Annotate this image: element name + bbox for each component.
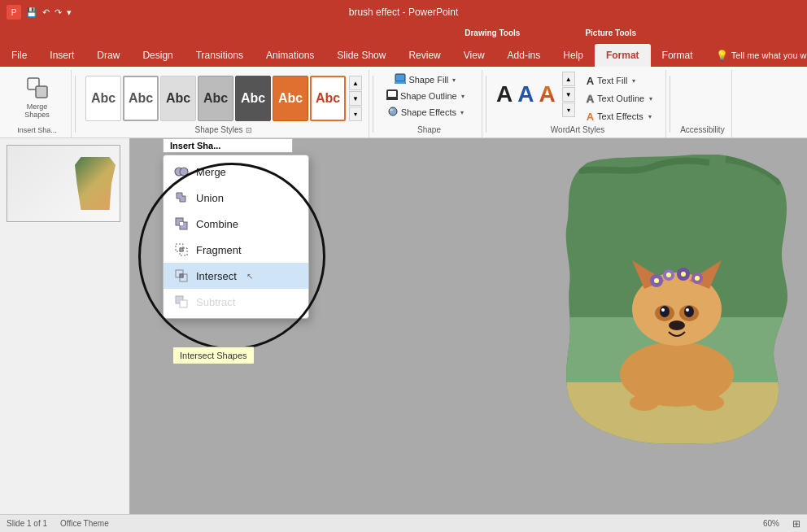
- shape-style-4[interactable]: Abc: [198, 76, 233, 121]
- merge-item-intersect[interactable]: Intersect ↖: [164, 263, 308, 289]
- merge-item-combine[interactable]: Combine: [164, 211, 308, 237]
- merge-item-merge[interactable]: Merge: [164, 159, 308, 185]
- tab-insert[interactable]: Insert: [38, 44, 85, 67]
- scroll-expand-btn[interactable]: ▾: [349, 107, 362, 121]
- corgi-svg: [563, 155, 791, 447]
- wordart-a-blue[interactable]: A: [517, 83, 534, 106]
- scroll-down-btn[interactable]: ▼: [349, 91, 362, 106]
- tab-slideshow[interactable]: Slide Show: [325, 44, 397, 67]
- merge-shapes-button[interactable]: Merge Shapes: [10, 75, 64, 121]
- wordart-scroll-expand[interactable]: ▾: [562, 102, 575, 117]
- tab-draw[interactable]: Draw: [85, 44, 131, 67]
- merge-shapes-icon: [26, 76, 49, 103]
- undo-icon[interactable]: ↶: [42, 7, 50, 18]
- svg-point-9: [180, 168, 188, 176]
- canvas-area: Insert Sha... Merge: [130, 138, 807, 514]
- shape-effects-arrow[interactable]: ▾: [460, 109, 464, 116]
- tab-format-drawing[interactable]: Format: [595, 44, 651, 67]
- status-bar: Slide 1 of 1 Office Theme 60% ⊞: [0, 514, 807, 532]
- text-effects-button[interactable]: A Text Effects ▾: [580, 107, 659, 125]
- tab-review[interactable]: Review: [397, 44, 451, 67]
- shape-style-6[interactable]: Abc: [273, 76, 308, 121]
- dog-image: [563, 155, 791, 447]
- shape-effects-button[interactable]: Shape Effects ▾: [384, 104, 467, 120]
- tab-help[interactable]: Help: [552, 44, 595, 67]
- tab-tell-me[interactable]: 💡 Tell me what you want to do: [704, 44, 807, 67]
- dog-image-container: [563, 155, 791, 447]
- shape-outline-button[interactable]: Shape Outline ▾: [383, 88, 468, 104]
- svg-rect-20: [180, 300, 187, 307]
- tab-animations[interactable]: Animations: [255, 44, 325, 67]
- text-effects-label: Text Effects: [597, 111, 643, 121]
- wordart-scroll-down[interactable]: ▼: [562, 87, 575, 102]
- merge-item-union[interactable]: Union: [164, 185, 308, 211]
- picture-tools-label: Picture Tools: [585, 28, 636, 37]
- drawing-tools-label: Drawing Tools: [465, 28, 520, 37]
- divider-1: [75, 76, 76, 133]
- wordart-a-gradient[interactable]: A: [539, 83, 555, 106]
- shape-outline-arrow[interactable]: ▾: [461, 93, 465, 100]
- merge-label-combine: Combine: [196, 218, 238, 230]
- text-outline-button[interactable]: A Text Outline ▾: [580, 89, 659, 107]
- union-icon: [173, 190, 190, 206]
- wordart-content: A A A ▲ ▼ ▾ A Text Fill ▾ A Text Outline: [496, 72, 659, 125]
- merge-icon: [173, 164, 190, 180]
- accessibility-label: Accessibility: [680, 125, 724, 136]
- svg-point-32: [661, 308, 665, 312]
- save-icon[interactable]: 💾: [26, 7, 37, 18]
- shape-style-1[interactable]: Abc: [85, 76, 121, 121]
- shape-effects-icon: [387, 106, 399, 119]
- wordart-scroll-up[interactable]: ▲: [562, 72, 575, 86]
- customize-icon[interactable]: ▾: [67, 7, 72, 18]
- text-fill-label: Text Fill: [597, 76, 627, 85]
- tab-file[interactable]: File: [0, 44, 38, 67]
- insert-shapes-label: Insert Sha...: [10, 126, 64, 136]
- merge-label-fragment: Fragment: [196, 244, 242, 256]
- text-outline-arrow[interactable]: ▾: [649, 95, 652, 102]
- tab-addins[interactable]: Add-ins: [496, 44, 552, 67]
- tab-design[interactable]: Design: [131, 44, 184, 67]
- tab-view[interactable]: View: [452, 44, 496, 67]
- svg-point-44: [695, 276, 700, 281]
- text-effects-arrow[interactable]: ▾: [648, 113, 652, 120]
- shape-style-5[interactable]: Abc: [235, 76, 271, 121]
- svg-point-7: [390, 109, 393, 111]
- merge-item-fragment[interactable]: Fragment: [164, 237, 308, 263]
- shape-style-7[interactable]: Abc: [310, 76, 346, 121]
- fit-button[interactable]: ⊞: [792, 518, 800, 530]
- slide-thumbnail[interactable]: [7, 145, 120, 222]
- shape-style-3[interactable]: Abc: [160, 76, 196, 121]
- shape-fill-button[interactable]: Shape Fill ▾: [391, 72, 459, 88]
- svg-point-43: [681, 272, 686, 277]
- shape-styles-expand-icon[interactable]: ⊡: [246, 126, 252, 134]
- merge-item-subtract[interactable]: Subtract: [164, 289, 308, 315]
- shape-outline-label: Shape Outline: [400, 91, 457, 101]
- svg-rect-12: [180, 222, 183, 225]
- scroll-up-btn[interactable]: ▲: [349, 76, 362, 90]
- shape-styles-scroll: ▲ ▼ ▾: [349, 76, 362, 121]
- wordart-a-plain[interactable]: A: [496, 83, 513, 106]
- shape-fill-label: Shape Fill: [408, 75, 448, 85]
- title-text: brush effect - PowerPoint: [349, 7, 459, 18]
- merge-label-intersect: Intersect: [196, 270, 237, 282]
- tab-format-picture[interactable]: Format: [651, 44, 704, 67]
- shape-style-2[interactable]: Abc: [123, 76, 159, 121]
- merge-label-merge: Merge: [196, 166, 226, 178]
- text-fill-icon: A: [587, 75, 594, 87]
- divider-3: [486, 76, 486, 133]
- shape-fill-content: Shape Fill ▾ Shape Outline ▾: [383, 72, 468, 125]
- svg-point-35: [630, 395, 659, 411]
- svg-rect-3: [395, 81, 406, 84]
- svg-point-34: [669, 321, 685, 330]
- shape-fill-arrow[interactable]: ▾: [452, 76, 456, 84]
- slide-info: Slide 1 of 1: [7, 519, 47, 528]
- svg-point-41: [654, 278, 659, 283]
- shape-styles-content: Abc Abc Abc Abc Abc Abc Abc ▲ ▼ ▾: [85, 72, 362, 125]
- text-fill-arrow[interactable]: ▾: [632, 77, 635, 85]
- text-fill-button[interactable]: A Text Fill ▾: [580, 72, 659, 89]
- accessibility-group: Accessibility: [674, 70, 731, 137]
- redo-icon[interactable]: ↷: [55, 7, 62, 18]
- tab-transitions[interactable]: Transitions: [185, 44, 255, 67]
- shape-fill-icon: [395, 73, 406, 86]
- ppt-icon: P: [7, 5, 21, 20]
